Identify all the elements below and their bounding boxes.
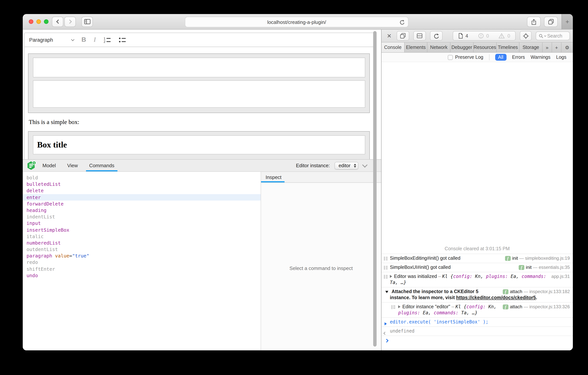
- page-scrollbar[interactable]: [373, 31, 377, 347]
- devtools-tab-storage[interactable]: Storage: [520, 43, 543, 52]
- tab-overview-button[interactable]: [544, 17, 558, 27]
- devtools-tab-debugger[interactable]: Debugger: [451, 43, 473, 52]
- simple-box-description-field[interactable]: [33, 80, 365, 108]
- add-tab-button[interactable]: +: [552, 43, 561, 52]
- command-item[interactable]: bulletedList: [23, 181, 261, 187]
- detach-devtools-button[interactable]: [397, 31, 409, 41]
- console-command-row[interactable]: editor.execute( 'insertSimpleBox' );: [381, 317, 573, 326]
- console-log-row-nested[interactable]: fattach — inspector.js:133:326 Editor in…: [381, 302, 573, 317]
- source-location-link[interactable]: inspector.js:133:182: [529, 289, 570, 294]
- heading-dropdown[interactable]: Paragraph: [29, 37, 74, 43]
- editor-content[interactable]: This is a simple box: Box title: [25, 47, 375, 159]
- url-address-field[interactable]: localhost/creating-a-plugin/: [185, 17, 409, 27]
- disclosure-triangle-expanded-icon[interactable]: [385, 291, 388, 293]
- command-item[interactable]: insertSimpleBox: [23, 227, 261, 233]
- log-type-icon: [384, 256, 388, 261]
- bulleted-list-button[interactable]: [119, 37, 126, 43]
- command-item[interactable]: forwardDelete: [23, 201, 261, 207]
- devtools-tab-elements[interactable]: Elements: [404, 43, 427, 52]
- screen: localhost/creating-a-plugin/: [0, 0, 588, 375]
- source-location-link[interactable]: simpleboxediting.js:19: [525, 255, 570, 261]
- command-item[interactable]: input: [23, 220, 261, 227]
- share-button[interactable]: [527, 17, 541, 27]
- collapse-inspector-icon[interactable]: [362, 162, 368, 167]
- command-item[interactable]: shiftEnter: [23, 266, 261, 272]
- crosshair-icon: [523, 33, 529, 39]
- console-log-row[interactable]: finit — simpleboxediting.js:19 SimpleBox…: [381, 254, 573, 263]
- inspect-tab[interactable]: Inspect: [266, 172, 282, 182]
- source-location-link[interactable]: essentials.js:35: [539, 265, 570, 270]
- filter-warnings[interactable]: Warnings: [531, 55, 550, 60]
- devtools-settings-button[interactable]: ⚙: [561, 43, 573, 52]
- editor-toolbar: Paragraph B I 1 2: [25, 33, 375, 47]
- source-location-link[interactable]: inspector.js:133:326: [529, 304, 570, 309]
- element-picker-button[interactable]: [520, 31, 532, 41]
- function-badge-icon: f: [503, 305, 508, 309]
- command-item[interactable]: heading: [23, 207, 261, 213]
- devtools-reload-button[interactable]: [430, 31, 442, 41]
- inspector-tab-view[interactable]: View: [66, 160, 79, 171]
- devtools-search-field[interactable]: Search: [536, 32, 570, 40]
- devtools-tab-resources[interactable]: Resources: [473, 43, 497, 52]
- devtools-tab-console[interactable]: Console: [381, 43, 404, 52]
- command-item[interactable]: numberedList: [23, 240, 261, 246]
- dock-bottom-button[interactable]: [413, 31, 426, 41]
- console-log-row[interactable]: fattach — inspector.js:133:182 Attached …: [381, 287, 573, 302]
- editor-instance-select[interactable]: editor: [334, 162, 358, 169]
- command-item[interactable]: bold: [23, 174, 261, 181]
- numbered-list-button[interactable]: 1 2: [104, 37, 111, 43]
- command-item[interactable]: undo: [23, 272, 261, 279]
- italic-button[interactable]: I: [94, 36, 96, 44]
- devtools-tab-timelines[interactable]: Timelines: [496, 43, 519, 52]
- zoom-window-button[interactable]: [44, 19, 49, 24]
- console-log-row[interactable]: app.js:31 Editor was initialized – Kl {c…: [381, 272, 573, 287]
- log-type-icon: [384, 265, 388, 270]
- filter-errors[interactable]: Errors: [512, 55, 525, 60]
- log-message-text: Editor instance "editor": [402, 304, 450, 309]
- ckeditor-docs-link[interactable]: https://ckeditor.com/docs/ckeditor5: [456, 295, 536, 300]
- more-tabs-button[interactable]: »: [543, 43, 552, 52]
- simple-box-title-field[interactable]: Box title: [33, 135, 365, 154]
- disclosure-triangle-icon[interactable]: [390, 275, 392, 278]
- log-message-text: Editor was initialized: [394, 274, 437, 279]
- reload-icon: [433, 33, 439, 39]
- simple-box-widget[interactable]: Box title: [28, 131, 370, 159]
- close-window-button[interactable]: [29, 19, 33, 24]
- preserve-log-label: Preserve Log: [455, 55, 483, 60]
- devtools-tab-network[interactable]: Network: [428, 43, 451, 52]
- content-paragraph[interactable]: This is a simple box:: [29, 119, 79, 125]
- select-arrows-icon: [354, 164, 356, 167]
- console-input-row[interactable]: [381, 336, 573, 345]
- reload-icon: [399, 19, 405, 25]
- bold-button[interactable]: B: [82, 36, 86, 44]
- command-item-selected[interactable]: enter: [23, 194, 261, 200]
- command-item[interactable]: italic: [23, 233, 261, 239]
- ckeditor-logo-icon: 5: [27, 161, 36, 170]
- filter-logs[interactable]: Logs: [556, 55, 567, 60]
- close-devtools-button[interactable]: ✕: [387, 33, 392, 39]
- reload-button[interactable]: [399, 19, 405, 25]
- resource-summary-group[interactable]: 4 0 0: [452, 31, 516, 41]
- simple-box-widget-selected[interactable]: [28, 54, 370, 113]
- forward-button[interactable]: [64, 16, 76, 27]
- console-log-row[interactable]: finit — essentials.js:35 SimpleBoxUI#ini…: [381, 263, 573, 272]
- source-location-link[interactable]: app.js:31: [551, 274, 570, 279]
- back-button[interactable]: [52, 16, 63, 27]
- preserve-log-checkbox[interactable]: [448, 55, 453, 60]
- new-tab-button[interactable]: +: [561, 14, 573, 30]
- command-item[interactable]: paragraph value="true": [23, 253, 261, 259]
- command-item[interactable]: indentList: [23, 213, 261, 220]
- inspector-tab-commands[interactable]: Commands: [88, 160, 115, 171]
- filter-all[interactable]: All: [495, 54, 506, 61]
- command-item[interactable]: redo: [23, 259, 261, 266]
- command-item[interactable]: outdentList: [23, 246, 261, 253]
- sidebar-toggle-button[interactable]: [82, 16, 93, 27]
- console-result-row[interactable]: undefined: [381, 326, 573, 336]
- dock-bottom-icon: [417, 33, 422, 38]
- simple-box-title-field[interactable]: [33, 58, 365, 77]
- disclosure-triangle-icon[interactable]: [398, 305, 400, 308]
- inspector-tab-model[interactable]: Model: [42, 160, 57, 171]
- command-item[interactable]: delete: [23, 188, 261, 194]
- search-icon: [539, 33, 544, 38]
- minimize-window-button[interactable]: [36, 19, 41, 24]
